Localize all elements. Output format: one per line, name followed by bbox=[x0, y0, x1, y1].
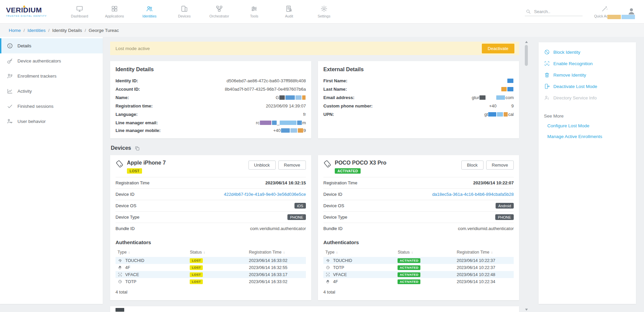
authenticators-table: Type Status Registration Time TOUCHID LO… bbox=[116, 249, 306, 285]
auth-status-badge: LOST bbox=[190, 279, 203, 284]
column-header-type[interactable]: Type bbox=[323, 249, 396, 257]
auth-status-badge: LOST bbox=[190, 265, 203, 270]
column-header-status[interactable]: Status bbox=[188, 249, 247, 257]
breadcrumb-separator: / bbox=[85, 28, 86, 33]
authenticators-title: Authenticators bbox=[110, 234, 311, 249]
search-icon bbox=[525, 9, 531, 14]
remove-device-button[interactable]: Remove bbox=[278, 161, 306, 170]
remove-device-button[interactable]: Remove bbox=[486, 161, 514, 170]
settings-gear-icon bbox=[320, 5, 328, 12]
nav-label: Orchestrator bbox=[210, 14, 229, 18]
device-name: POCO POCO X3 Pro bbox=[335, 160, 386, 166]
language-value: fr bbox=[303, 112, 306, 117]
devices-title: Devices bbox=[111, 145, 131, 151]
device-os-badge: iOS bbox=[294, 203, 306, 209]
authenticators-table: Type Status Registration Time TOUCHID AC… bbox=[323, 249, 514, 285]
search-box[interactable] bbox=[525, 7, 583, 16]
action-label: Directory Service Info bbox=[553, 95, 597, 100]
sidebar-item-enrollment-trackers[interactable]: Enrollment trackers bbox=[0, 69, 103, 84]
configure-lost-mode-link[interactable]: Configure Lost Mode bbox=[547, 123, 631, 128]
device-id-link[interactable]: da18ec5a-361a-4c16-b4b6-894cbafa5b28 bbox=[432, 192, 514, 197]
action-label: Deactivate Lost Mode bbox=[553, 84, 597, 89]
column-header-registration-time[interactable]: Registration Time bbox=[247, 249, 306, 257]
nav-item-identities[interactable]: Identities bbox=[139, 5, 160, 18]
devices-section-header: Devices bbox=[111, 145, 519, 151]
nav-label: Devices bbox=[178, 14, 190, 18]
auth-status-badge: ACTIVATED bbox=[398, 258, 420, 263]
nav-label: Applications bbox=[105, 14, 124, 18]
action-remove-identity[interactable]: Remove Identity bbox=[544, 69, 631, 81]
sidebar-item-activity[interactable]: Activity bbox=[0, 84, 103, 99]
device-card-poco-x3-pro: POCO POCO X3 Pro ACTIVATED Block Remove … bbox=[318, 155, 519, 300]
tools-icon bbox=[250, 5, 258, 12]
copy-icon[interactable] bbox=[134, 145, 140, 151]
authenticator-row: VFACE LOST 2023/06/14 16:33:17 bbox=[116, 271, 306, 278]
totp-clock-icon bbox=[325, 265, 330, 270]
brand-tagline: TRUSTED DIGITAL IDENTITY bbox=[6, 15, 57, 17]
redacted-user-info bbox=[607, 15, 635, 19]
field-row: Line manager mobile:+409 bbox=[110, 127, 311, 138]
main-scrollbar[interactable] bbox=[524, 41, 528, 311]
fingerprint-icon bbox=[118, 258, 123, 263]
phone-device-icon bbox=[114, 158, 125, 170]
nav-item-applications[interactable]: Applications bbox=[104, 5, 125, 18]
authenticator-row: TOUCHID LOST 2023/06/14 16:33:02 bbox=[116, 257, 306, 264]
device-field-row: Device OSAndroid bbox=[323, 200, 514, 211]
action-deactivate-lost-mode[interactable]: Deactivate Lost Mode bbox=[544, 81, 631, 92]
device-id-link[interactable]: 422d4b67-f10e-41a9-9e40-3e56d036e5ce bbox=[224, 192, 306, 197]
column-header-status[interactable]: Status bbox=[396, 249, 455, 257]
sidebar-item-device-authenticators[interactable]: Device authenticators bbox=[0, 53, 103, 69]
fingerprint-icon bbox=[325, 258, 330, 263]
device-field-row: Device OSiOS bbox=[116, 200, 306, 211]
veridium-logo[interactable]: VERIDIUM TRUSTED DIGITAL IDENTITY bbox=[6, 6, 57, 17]
unblock-device-button[interactable]: Unblock bbox=[248, 161, 276, 170]
authenticator-row: VFACE ACTIVATED 2023/06/14 10:22:48 bbox=[323, 271, 514, 278]
action-block-identity[interactable]: Block Identity bbox=[544, 46, 631, 58]
custom-phone-redacted: +409 bbox=[489, 103, 514, 108]
manage-active-enrollments-link[interactable]: Manage Active Enrollments bbox=[547, 134, 631, 139]
nav-item-audit[interactable]: Audit bbox=[279, 5, 300, 18]
device-name: Apple iPhone 7 bbox=[127, 160, 166, 166]
nav-label: Dashboard bbox=[71, 14, 88, 18]
authenticator-row: TOTP LOST 2023/06/14 16:33:02 bbox=[116, 278, 306, 285]
device-card-header: Apple iPhone 7 LOST Unblock Remove bbox=[110, 155, 311, 177]
field-row: Name:G bbox=[110, 93, 311, 102]
block-device-button[interactable]: Block bbox=[461, 161, 484, 170]
device-status-badge: LOST bbox=[127, 168, 142, 174]
devices-icon bbox=[181, 5, 188, 12]
nav-item-devices[interactable]: Devices bbox=[174, 5, 195, 18]
search-input[interactable] bbox=[534, 9, 578, 14]
column-header-registration-time[interactable]: Registration Time bbox=[455, 249, 514, 257]
check-icon bbox=[7, 103, 13, 109]
see-more-label: See More bbox=[544, 114, 631, 119]
nav-item-settings[interactable]: Settings bbox=[314, 5, 334, 18]
lost-mode-icon bbox=[544, 83, 550, 89]
registration-time-value: 2023/06/09 14:39:07 bbox=[266, 103, 306, 108]
breadcrumb-home[interactable]: Home bbox=[9, 28, 21, 33]
sidebar-item-user-behavior[interactable]: User behavior bbox=[0, 114, 103, 129]
user-behavior-icon bbox=[7, 118, 13, 125]
column-header-type[interactable]: Type bbox=[116, 249, 188, 257]
hand-icon bbox=[118, 265, 123, 270]
breadcrumb-identities[interactable]: Identities bbox=[28, 28, 46, 33]
sidebar-item-label: Finished sessions bbox=[17, 104, 53, 109]
action-enable-recognition[interactable]: Enable Recognition bbox=[544, 58, 631, 69]
last-name-redacted bbox=[501, 87, 514, 91]
authenticator-row: 4F ACTIVATED 2023/06/14 10:22:34 bbox=[323, 278, 514, 285]
scroll-down-arrow[interactable] bbox=[525, 309, 528, 311]
sidebar-item-finished-sessions[interactable]: Finished sessions bbox=[0, 99, 103, 114]
breadcrumb: Home / Identities / Identity Details / G… bbox=[0, 24, 644, 37]
device-registration-time: 2023/06/14 16:32:15 bbox=[265, 180, 306, 185]
nav-item-dashboard[interactable]: Dashboard bbox=[69, 5, 90, 18]
deactivate-button[interactable]: Deactivate bbox=[482, 44, 514, 53]
scroll-up-arrow[interactable] bbox=[525, 41, 528, 43]
action-label: Enable Recognition bbox=[553, 61, 593, 66]
sidebar-item-details[interactable]: Details bbox=[0, 38, 103, 53]
identities-icon bbox=[146, 5, 153, 12]
nav-item-tools[interactable]: Tools bbox=[244, 5, 265, 18]
authenticator-row: TOTP ACTIVATED 2023/06/14 10:22:37 bbox=[323, 264, 514, 271]
authenticators-total: 4 total bbox=[110, 285, 311, 299]
nav-item-orchestrator[interactable]: Orchestrator bbox=[209, 5, 230, 18]
action-label: Remove Identity bbox=[553, 73, 586, 78]
scrollbar-thumb[interactable] bbox=[525, 45, 528, 66]
